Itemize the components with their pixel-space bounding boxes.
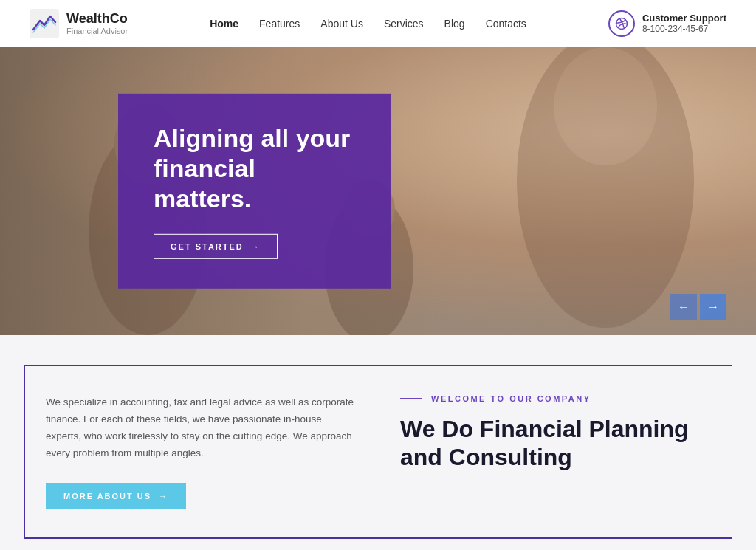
logo: WealthCo Financial Advisor — [30, 9, 128, 38]
next-icon: → — [707, 300, 719, 314]
welcome-left: We specialize in accounting, tax and leg… — [31, 379, 356, 524]
slider-controls: ← → — [670, 294, 726, 320]
logo-subtitle: Financial Advisor — [66, 27, 128, 35]
welcome-description: We specialize in accounting, tax and leg… — [46, 394, 356, 462]
logo-name: WealthCo — [66, 11, 128, 27]
nav-services[interactable]: Services — [384, 18, 424, 30]
more-arrow-icon: → — [159, 492, 168, 501]
support-text: Customer Support 8-100-234-45-67 — [642, 13, 726, 34]
welcome-tag-text: WELCOME TO OUR COMPANY — [431, 394, 591, 403]
more-about-us-button[interactable]: MORE ABOUT US → — [46, 483, 186, 509]
nav-contacts[interactable]: Contacts — [486, 18, 526, 30]
nav-about[interactable]: About Us — [320, 18, 363, 30]
customer-support: Customer Support 8-100-234-45-67 — [608, 10, 726, 37]
welcome-content: We specialize in accounting, tax and leg… — [31, 379, 725, 524]
hero-card: Aligning all your financial matters. GET… — [118, 94, 391, 289]
prev-slide-button[interactable]: ← — [670, 294, 697, 320]
prev-icon: ← — [678, 300, 690, 314]
nav-home[interactable]: Home — [210, 18, 238, 30]
welcome-right: WELCOME TO OUR COMPANY We Do Financial P… — [400, 379, 725, 524]
get-started-button[interactable]: GET STARTED → — [154, 234, 278, 259]
logo-text: WealthCo Financial Advisor — [66, 11, 128, 35]
next-slide-button[interactable]: → — [700, 294, 726, 320]
support-phone: 8-100-234-45-67 — [642, 24, 726, 34]
logo-icon — [30, 9, 59, 38]
tag-line-decoration — [400, 398, 422, 399]
nav-features[interactable]: Features — [259, 18, 300, 30]
svg-point-5 — [554, 47, 657, 165]
welcome-tag: WELCOME TO OUR COMPANY — [400, 394, 710, 403]
hero-section: Aligning all your financial matters. GET… — [0, 47, 756, 335]
header: WealthCo Financial Advisor Home Features… — [0, 0, 756, 47]
nav-blog[interactable]: Blog — [444, 18, 465, 30]
main-nav: Home Features About Us Services Blog Con… — [210, 18, 526, 30]
support-phone-icon — [608, 10, 635, 37]
support-label: Customer Support — [642, 13, 726, 24]
arrow-right-icon: → — [251, 242, 261, 251]
hero-title: Aligning all your financial matters. — [154, 123, 356, 213]
welcome-section: We specialize in accounting, tax and leg… — [0, 335, 756, 550]
welcome-heading: We Do Financial Planning and Consulting — [400, 415, 710, 472]
